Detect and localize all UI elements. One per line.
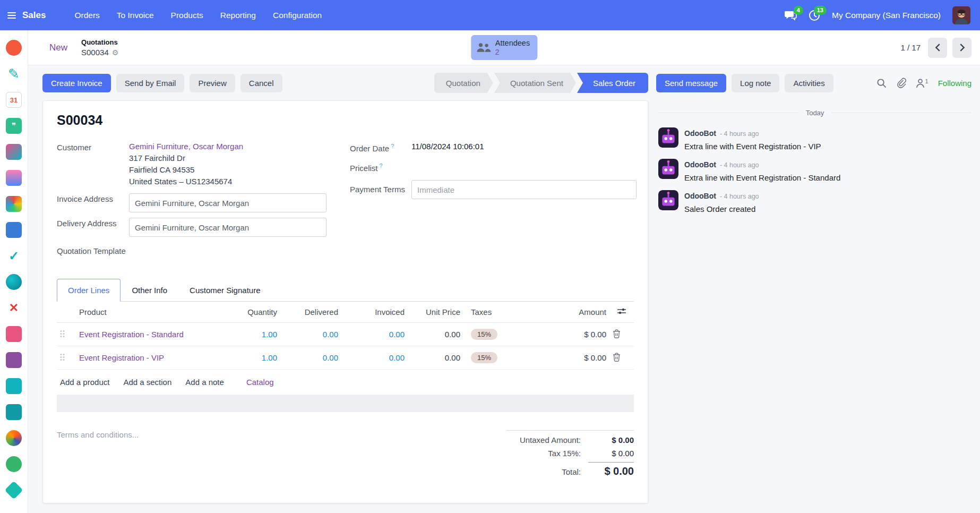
pager-next-button[interactable] [952,38,972,58]
unit-price-cell[interactable]: 0.00 [408,323,463,346]
message-author[interactable]: OdooBot [684,129,716,138]
tab-order-lines[interactable]: Order Lines [57,279,121,302]
preview-button[interactable]: Preview [190,74,235,92]
status-quotation[interactable]: Quotation [434,73,493,93]
column-invoiced[interactable]: Invoiced [341,302,408,323]
customer-link[interactable]: Gemini Furniture, Oscar Morgan [129,142,243,151]
spreadsheet-app-icon[interactable]: ✕ [6,300,22,316]
delivered-cell[interactable]: 0.00 [280,323,341,346]
quantity-cell[interactable]: 1.00 [225,323,280,346]
events-app-icon[interactable] [6,326,22,342]
invoiced-cell[interactable]: 0.00 [341,323,408,346]
send-by-email-button[interactable]: Send by Email [116,74,185,92]
pager-previous-button[interactable] [928,38,947,58]
website-app-icon[interactable] [6,430,22,446]
activities-count-badge: 13 [814,6,827,15]
column-unit-price[interactable]: Unit Price [408,302,463,323]
drag-handle-icon[interactable] [60,330,65,338]
field-service-app-icon[interactable] [5,481,23,500]
payment-terms-field[interactable] [411,180,637,199]
help-icon[interactable]: ? [380,163,383,169]
menu-to-invoice[interactable]: To Invoice [117,11,154,20]
delete-line-icon[interactable] [613,329,621,338]
discuss-app-icon[interactable]: ❞ [6,118,22,134]
status-sales-order[interactable]: Sales Order [577,73,648,93]
order-line-row[interactable]: Event Registration - Standard 1.00 0.00 … [57,323,634,346]
delivery-address-field[interactable] [129,218,326,237]
delivery-address-label: Delivery Address [57,218,129,237]
column-taxes[interactable]: Taxes [463,302,530,323]
log-note-button[interactable]: Log note [732,74,779,92]
product-link[interactable]: Event Registration - Standard [79,330,184,339]
attachments-icon[interactable] [896,78,906,88]
tab-other-info[interactable]: Other Info [121,279,178,302]
purchase-app-icon[interactable] [6,352,22,368]
gear-icon[interactable]: ⚙ [112,48,119,57]
calendar-app-icon[interactable]: 31 [6,92,22,108]
menu-orders[interactable]: Orders [74,11,99,20]
message-author[interactable]: OdooBot [684,160,716,169]
delete-line-icon[interactable] [613,353,621,362]
order-line-row[interactable]: Event Registration - VIP 1.00 0.00 0.00 … [57,346,634,370]
control-panel: New Quotations S00034 ⚙ Attendees 2 [28,30,980,65]
new-button[interactable]: New [44,39,73,56]
search-messages-icon[interactable] [876,78,887,88]
invoiced-cell[interactable]: 0.00 [341,346,408,370]
company-switcher[interactable]: My Company (San Francisco) [832,11,941,20]
breadcrumb-quotations[interactable]: Quotations [81,38,118,46]
add-a-product-link[interactable]: Add a product [60,378,109,387]
attendances-app-icon[interactable] [6,456,22,472]
cancel-button[interactable]: Cancel [240,74,282,92]
customer-address-line2: Fairfield CA 94535 [129,165,243,174]
unit-price-cell[interactable]: 0.00 [408,346,463,370]
order-date-value[interactable]: 11/08/2024 10:06:01 [411,142,484,153]
catalog-link[interactable]: Catalog [246,378,274,387]
notes-app-icon[interactable]: ✎ [6,66,22,82]
add-a-note-link[interactable]: Add a note [185,378,224,387]
message-author[interactable]: OdooBot [684,192,716,200]
quantity-cell[interactable]: 1.00 [225,346,280,370]
attendees-button[interactable]: Attendees 2 [471,35,537,61]
invoice-address-field[interactable] [129,193,326,212]
chatter-panel: Today OdooBot - 4 hours ago Extra line w… [656,100,980,221]
todo-app-icon[interactable]: ✓ [6,248,22,264]
employees-app-icon[interactable] [6,404,22,420]
delivered-cell[interactable]: 0.00 [280,346,341,370]
messages-icon[interactable]: 4 [784,10,797,21]
add-a-section-link[interactable]: Add a section [123,378,171,387]
menu-products[interactable]: Products [171,11,203,20]
activities-icon[interactable]: 13 [809,10,820,21]
apps-menu-app-icon[interactable] [6,196,22,212]
reporting-app-icon[interactable] [6,378,22,394]
apps-menu-icon[interactable] [7,12,16,19]
product-link[interactable]: Event Registration - VIP [79,353,164,362]
sales-app-icon[interactable] [6,144,22,160]
following-toggle[interactable]: Following [938,79,972,88]
social-app-icon[interactable] [6,222,22,238]
activities-button[interactable]: Activities [785,74,833,92]
status-quotation-sent[interactable]: Quotation Sent [494,73,576,93]
help-icon[interactable]: ? [391,143,394,149]
drag-handle-icon[interactable] [60,353,65,361]
column-quantity[interactable]: Quantity [225,302,280,323]
column-product[interactable]: Product [76,302,225,323]
odoobot-avatar [658,159,678,179]
followers-icon[interactable]: 1 [916,78,929,88]
send-message-button[interactable]: Send message [656,74,726,92]
user-avatar[interactable] [952,6,970,24]
tax-badge[interactable]: 15% [471,329,497,340]
optional-columns-icon[interactable] [617,307,626,315]
tax-badge[interactable]: 15% [471,352,497,363]
tab-customer-signature[interactable]: Customer Signature [178,279,271,302]
column-delivered[interactable]: Delivered [280,302,341,323]
create-invoice-button[interactable]: Create Invoice [42,74,111,92]
menu-configuration[interactable]: Configuration [273,11,322,20]
crm-app-icon[interactable] [6,40,22,56]
column-amount[interactable]: Amount [530,302,609,323]
app-name[interactable]: Sales [22,10,46,21]
menu-reporting[interactable]: Reporting [220,11,256,20]
terms-and-conditions-field[interactable]: Terms and conditions... [57,430,139,482]
helpdesk-app-icon[interactable] [6,274,22,290]
total-label: Total: [506,467,588,476]
dashboards-app-icon[interactable] [6,170,22,186]
